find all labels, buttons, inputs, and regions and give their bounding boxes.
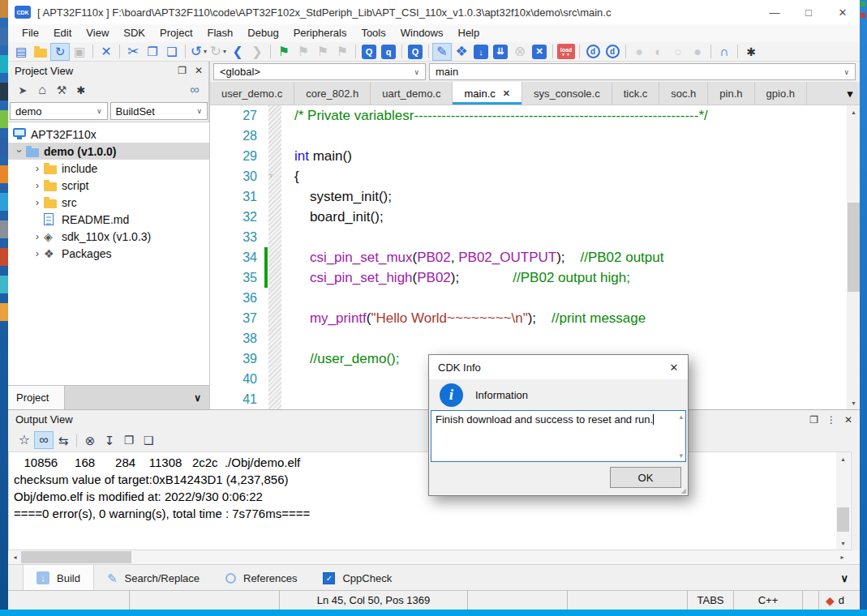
menu-help[interactable]: Help (451, 24, 487, 42)
tab-search-replace[interactable]: ✎Search/Replace (94, 565, 212, 591)
dialog-message-box[interactable]: Finish download and success to reset and… (431, 410, 686, 462)
navigate-forward-icon[interactable]: ❯ (247, 43, 267, 61)
redo-icon[interactable]: ↻▾ (208, 43, 228, 61)
menu-sdk[interactable]: SDK (116, 24, 152, 42)
symbol-scope-select[interactable]: <global> ∨ (213, 63, 426, 80)
fold-marker-icon[interactable]: ▿ (269, 172, 273, 179)
tab-close-icon[interactable]: ✕ (503, 88, 510, 99)
ov-float-icon[interactable]: ❐ (809, 414, 818, 426)
chevron-down-icon[interactable]: ∨ (840, 572, 848, 584)
favorites-icon[interactable]: ☆ (15, 431, 34, 449)
scroll-down-icon[interactable]: ▾ (679, 451, 683, 460)
tab-gpio-h[interactable]: gpio.h (755, 82, 807, 105)
tab-core_802-h[interactable]: core_802.h (294, 82, 371, 105)
ov-close-icon[interactable]: ✕ (844, 414, 852, 426)
wrap-output-icon[interactable]: ⇆ (54, 431, 73, 449)
tree-item-script[interactable]: ›script (8, 177, 209, 194)
search-icon[interactable]: Q (359, 43, 379, 61)
scroll-up-icon[interactable]: ▴ (679, 413, 683, 421)
output-horizontal-scrollbar[interactable]: ◂ ▸ (8, 550, 860, 564)
tree-item-readme-md[interactable]: README.md (8, 211, 209, 228)
tree-item-demo[interactable]: ›demo (v1.0.0) (8, 143, 209, 160)
tab-soc-h[interactable]: soc.h (659, 82, 708, 105)
tab-main-c[interactable]: main.c✕ (453, 82, 522, 105)
expander-icon[interactable]: › (31, 180, 44, 190)
scroll-up-icon[interactable]: ▴ (836, 452, 850, 465)
flash-erase-icon[interactable]: ✕ (530, 43, 549, 61)
close-button[interactable]: ✕ (826, 0, 860, 24)
tree-item-apt32f110x[interactable]: APT32F110x (8, 126, 209, 143)
resize-grip-icon[interactable]: ◢ (681, 487, 686, 494)
copy-output-icon[interactable]: ❐ (119, 431, 139, 449)
link-icon[interactable]: ∞ (185, 81, 204, 99)
cut-icon[interactable]: ✂ (123, 43, 143, 61)
menu-project[interactable]: Project (152, 24, 200, 42)
run-icon[interactable]: ● (629, 43, 649, 61)
maximize-button[interactable]: □ (792, 0, 826, 24)
flash-connect-pen-icon[interactable]: ✎ (432, 43, 452, 61)
link-output-icon[interactable]: ∞ (34, 431, 54, 449)
scroll-left-icon[interactable]: ◂ (8, 550, 22, 563)
locate-icon[interactable]: ➤ (13, 81, 32, 99)
save-output-icon[interactable]: ↧ (100, 431, 119, 449)
editor-vertical-scrollbar[interactable]: ▴ ▾ (847, 105, 861, 409)
bookmark-clear-icon[interactable]: ⚑ (333, 43, 352, 61)
bookmark-next-icon[interactable]: ⚑ (294, 43, 313, 61)
load-icon[interactable]: load▼▼ (556, 43, 576, 61)
target-select[interactable]: demo ∨ (10, 102, 108, 120)
menu-edit[interactable]: Edit (46, 24, 79, 42)
scrollbar-thumb[interactable] (21, 551, 131, 563)
menu-flash[interactable]: Flash (200, 24, 241, 42)
chevron-down-icon[interactable]: ∨ (194, 392, 201, 404)
debug-download-icon[interactable]: d (583, 43, 603, 61)
menu-peripherals[interactable]: Peripherals (286, 24, 354, 42)
expander-icon[interactable]: › (31, 248, 44, 259)
scroll-down-icon[interactable]: ▾ (836, 537, 850, 550)
tab-tick-c[interactable]: tick.c (612, 82, 660, 105)
debug-spider-icon[interactable]: ✱ (71, 81, 91, 99)
tree-item-packages[interactable]: ›❖Packages (8, 245, 209, 262)
bookmark-prev-icon[interactable]: ⚑ (313, 43, 333, 61)
copy-icon[interactable]: ❐ (143, 43, 162, 61)
expander-icon[interactable]: › (31, 163, 44, 173)
scrollbar-thumb[interactable] (848, 203, 860, 292)
output-vertical-scrollbar[interactable]: ▴ ▾ (836, 452, 850, 550)
close-file-icon[interactable]: ✕ (97, 43, 116, 61)
dialog-close-icon[interactable]: ✕ (660, 355, 688, 379)
refresh-icon[interactable]: ↻ (50, 43, 70, 61)
bookmark-icon[interactable]: ⚑ (274, 43, 294, 61)
tree-item-src[interactable]: ›src (8, 194, 209, 211)
project-settings-icon[interactable]: ⚒ (52, 81, 71, 99)
home-icon[interactable]: ⌂ (32, 81, 52, 99)
ov-menu-icon[interactable]: ⋮ (826, 414, 836, 426)
pv-close-icon[interactable]: ✕ (195, 65, 203, 76)
package-icon[interactable]: ❖ (452, 43, 471, 61)
tab-uart_demo-c[interactable]: uart_demo.c (371, 82, 453, 105)
tab-project[interactable]: Project (8, 386, 65, 409)
tab-overflow-icon[interactable]: ▾ (839, 82, 861, 105)
tab-cppcheck[interactable]: ✓CppCheck (310, 565, 405, 591)
navigate-back-icon[interactable]: ❮ (228, 43, 247, 61)
menu-view[interactable]: View (79, 24, 116, 42)
scrollbar-thumb[interactable] (837, 507, 849, 532)
step-over-icon[interactable]: ○ (668, 43, 688, 61)
flash-download-icon[interactable]: ↓ (471, 43, 491, 61)
scroll-up-icon[interactable]: ▴ (847, 105, 861, 118)
pv-float-icon[interactable]: ❐ (178, 65, 187, 76)
paste-output-icon[interactable]: ❑ (139, 431, 158, 449)
function-select[interactable]: main ∨ (429, 63, 856, 80)
menu-debug[interactable]: Debug (240, 24, 285, 42)
tab-user_demo-c[interactable]: user_demo.c (210, 82, 294, 105)
menu-file[interactable]: File (15, 24, 46, 42)
undo-icon[interactable]: ↺▾ (189, 43, 208, 61)
expander-icon[interactable]: › (31, 231, 44, 242)
dialog-title-bar[interactable]: CDK Info ✕ (429, 355, 688, 379)
minimize-button[interactable]: — (758, 0, 792, 24)
new-file-icon[interactable]: ▤ (11, 43, 31, 61)
menu-tools[interactable]: Tools (354, 24, 393, 42)
tab-sys_console-c[interactable]: sys_console.c (522, 82, 612, 105)
scroll-right-icon[interactable]: ▸ (835, 550, 849, 563)
find-in-files-icon[interactable]: Q (406, 43, 425, 61)
tree-item-include[interactable]: ›include (8, 160, 209, 177)
ok-button[interactable]: OK (610, 467, 681, 488)
